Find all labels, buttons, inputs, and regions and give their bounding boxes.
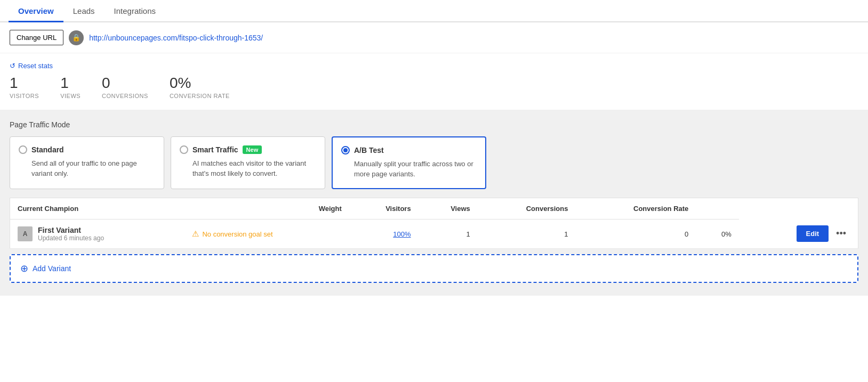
reset-stats-button[interactable]: ↺ Reset stats: [10, 62, 858, 70]
col-header-conversions: Conversions: [478, 198, 576, 219]
warning-icon: ⚠: [192, 229, 199, 239]
stat-conversion-rate: 0% CONVERSION RATE: [170, 75, 230, 99]
col-header-conversion-rate: Conversion Rate: [575, 198, 696, 219]
traffic-card-header-ab: A/B Test: [341, 146, 477, 155]
reset-icon: ↺: [10, 62, 15, 70]
conversions-cell: 0: [575, 219, 696, 249]
edit-button[interactable]: Edit: [797, 225, 829, 242]
traffic-option-ab-test[interactable]: A/B Test Manually split your traffic acr…: [332, 136, 486, 189]
add-variant-label: Add Variant: [33, 264, 71, 273]
tab-overview[interactable]: Overview: [9, 0, 63, 22]
variants-table: Current Champion Weight Visitors Views C…: [10, 198, 858, 249]
col-header-actions: [696, 198, 739, 219]
weight-link[interactable]: 100%: [393, 230, 411, 238]
weight-cell: 100%: [349, 219, 419, 249]
radio-standard: [19, 145, 27, 154]
lock-icon: 🔒: [69, 30, 84, 45]
traffic-mode-grid: Standard Send all of your traffic to one…: [10, 136, 858, 189]
col-header-name: Current Champion: [10, 198, 185, 219]
add-variant-button[interactable]: ⊕ Add Variant: [10, 254, 858, 283]
visitors-cell: 1: [419, 219, 478, 249]
variant-name-cell: A First Variant Updated 6 minutes ago: [10, 219, 185, 249]
url-bar: Change URL 🔒 http://unbouncepages.com/fi…: [0, 22, 868, 53]
gray-section: Page Traffic Mode Standard Send all of y…: [0, 110, 868, 296]
more-options-button[interactable]: •••: [832, 226, 850, 241]
views-cell: 1: [478, 219, 576, 249]
traffic-card-header-smart: Smart Traffic New: [180, 145, 316, 154]
traffic-option-smart-traffic[interactable]: Smart Traffic New AI matches each visito…: [171, 136, 325, 189]
stat-conversions: 0 CONVERSIONS: [102, 75, 148, 99]
variant-name: First Variant: [38, 226, 104, 234]
tab-leads[interactable]: Leads: [63, 0, 105, 22]
stat-views: 1 VIEWS: [60, 75, 81, 99]
warning-text: No conversion goal set: [202, 230, 272, 238]
tab-integrations[interactable]: Integrations: [105, 0, 165, 22]
radio-ab-test: [341, 146, 350, 155]
stats-section: ↺ Reset stats 1 VISITORS 1 VIEWS 0 CONVE…: [0, 53, 868, 110]
col-header-weight: Weight: [184, 198, 349, 219]
table-row: A First Variant Updated 6 minutes ago ⚠ …: [10, 219, 858, 249]
variant-avatar: A: [18, 226, 33, 241]
add-icon: ⊕: [20, 264, 28, 273]
traffic-option-standard[interactable]: Standard Send all of your traffic to one…: [10, 136, 164, 189]
tabs-bar: Overview Leads Integrations: [0, 0, 868, 22]
radio-smart-traffic: [180, 145, 188, 154]
stats-row: 1 VISITORS 1 VIEWS 0 CONVERSIONS 0% CONV…: [10, 75, 858, 99]
stat-visitors: 1 VISITORS: [10, 75, 39, 99]
variant-updated: Updated 6 minutes ago: [38, 234, 104, 242]
page-url-link[interactable]: http://unbouncepages.com/fitspo-click-th…: [89, 34, 263, 42]
traffic-mode-title: Page Traffic Mode: [10, 120, 858, 129]
change-url-button[interactable]: Change URL: [10, 30, 63, 45]
col-header-visitors: Visitors: [349, 198, 419, 219]
traffic-card-header-standard: Standard: [19, 145, 155, 154]
variants-table-section: Current Champion Weight Visitors Views C…: [10, 189, 858, 283]
actions-cell: Edit •••: [739, 219, 858, 249]
new-badge: New: [243, 145, 262, 154]
col-header-views: Views: [419, 198, 478, 219]
conversion-rate-cell: 0%: [696, 219, 739, 249]
warning-cell: ⚠ No conversion goal set: [184, 219, 349, 249]
